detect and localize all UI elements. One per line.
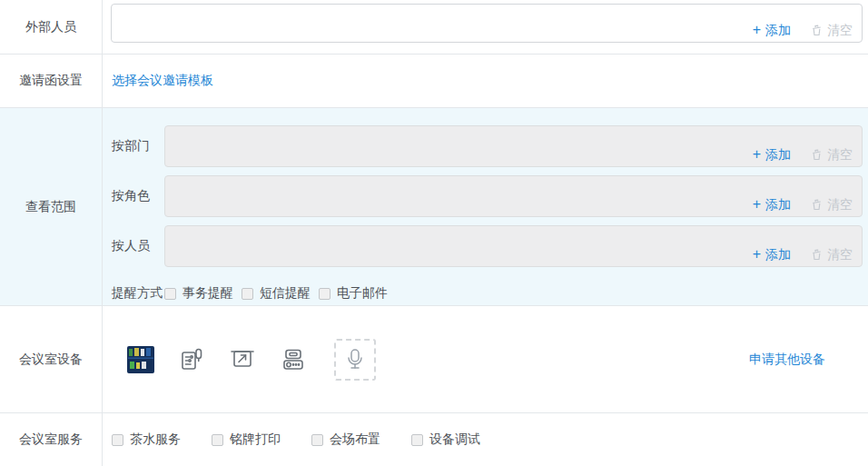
plus-icon: + — [753, 195, 761, 213]
equipment-projection-screen[interactable] — [229, 346, 256, 373]
row-view-scope: 查看范围 按部门 +添加 清空 — [0, 108, 868, 306]
signin-pad-icon — [178, 346, 205, 373]
nameplate-printing-label: 铭牌打印 — [230, 431, 281, 448]
by-role-field: +添加 清空 — [164, 175, 863, 217]
projector-icon — [280, 346, 307, 373]
request-other-equipment-link[interactable]: 申请其他设备 — [749, 352, 825, 368]
equipment-signin-pad[interactable] — [178, 346, 205, 373]
by-role-label: 按角色 — [103, 188, 164, 204]
by-person-add-button[interactable]: +添加 — [753, 245, 791, 263]
by-department-clear-button[interactable]: 清空 — [811, 145, 853, 164]
tea-service-label: 茶水服务 — [130, 431, 181, 448]
checkbox-task-reminder[interactable] — [164, 288, 176, 300]
equipment-projector[interactable] — [280, 346, 307, 373]
equipment-debugging-label: 设备调试 — [429, 431, 480, 448]
meeting-booking-form: 外部人员 +添加 清空 邀请函设置 选择会议邀请模板 — [0, 0, 868, 466]
meeting-room-services-label: 会议室服务 — [0, 413, 103, 466]
projection-screen-icon — [229, 346, 256, 373]
trash-icon — [811, 25, 823, 36]
reminder-method-row: 提醒方式 事务提醒 短信提醒 电子邮件 — [103, 284, 868, 302]
email-reminder-label: 电子邮件 — [337, 285, 388, 302]
checkbox-tea-service[interactable] — [112, 434, 123, 446]
meeting-room-equipment-label: 会议室设备 — [0, 306, 103, 412]
by-person-field: +添加 清空 — [164, 225, 863, 267]
checkbox-sms-reminder[interactable] — [242, 288, 253, 300]
by-person-clear-button[interactable]: 清空 — [811, 245, 853, 263]
scope-by-role-row: 按角色 +添加 清空 — [103, 175, 868, 217]
external-personnel-clear-button[interactable]: 清空 — [811, 21, 853, 39]
scope-by-person-row: 按人员 +添加 清空 — [103, 225, 868, 267]
task-reminder-label: 事务提醒 — [182, 285, 233, 302]
plus-icon: + — [753, 21, 761, 39]
trash-icon — [811, 199, 823, 211]
checkbox-email-reminder[interactable] — [319, 288, 330, 300]
external-personnel-label: 外部人员 — [0, 0, 103, 54]
row-meeting-room-services: 会议室服务 茶水服务 铭牌打印 会场布置 设备调试 — [0, 413, 868, 466]
microphone-icon — [342, 347, 368, 372]
view-scope-label: 查看范围 — [0, 108, 103, 305]
venue-setup-label: 会场布置 — [330, 431, 380, 448]
row-invitation-settings: 邀请函设置 选择会议邀请模板 — [0, 55, 868, 108]
by-person-label: 按人员 — [103, 238, 164, 254]
by-department-label: 按部门 — [103, 138, 164, 154]
select-invitation-template-link[interactable]: 选择会议邀请模板 — [112, 73, 213, 89]
scope-by-department-row: 按部门 +添加 清空 — [103, 125, 868, 167]
trash-icon — [811, 249, 823, 261]
invitation-settings-label: 邀请函设置 — [0, 55, 103, 107]
checkbox-nameplate-printing[interactable] — [212, 434, 223, 446]
by-department-field: +添加 清空 — [164, 125, 863, 167]
plus-icon: + — [753, 245, 761, 263]
checkbox-venue-setup[interactable] — [311, 434, 323, 446]
reminder-method-label: 提醒方式 — [103, 285, 164, 302]
row-external-personnel: 外部人员 +添加 清空 — [0, 0, 868, 55]
external-personnel-add-button[interactable]: +添加 — [753, 21, 791, 39]
trash-icon — [811, 149, 823, 161]
by-role-clear-button[interactable]: 清空 — [811, 195, 853, 213]
by-department-add-button[interactable]: +添加 — [753, 145, 791, 164]
checkbox-equipment-debugging[interactable] — [411, 434, 423, 446]
equipment-photo[interactable] — [127, 346, 154, 373]
row-meeting-room-equipment: 会议室设备 — [0, 306, 868, 413]
equipment-microphone[interactable] — [334, 339, 376, 381]
sms-reminder-label: 短信提醒 — [260, 285, 311, 302]
equipment-photo-thumbnail — [127, 346, 154, 373]
external-personnel-field[interactable]: +添加 清空 — [111, 4, 863, 43]
by-role-add-button[interactable]: +添加 — [753, 195, 791, 213]
plus-icon: + — [753, 145, 761, 164]
